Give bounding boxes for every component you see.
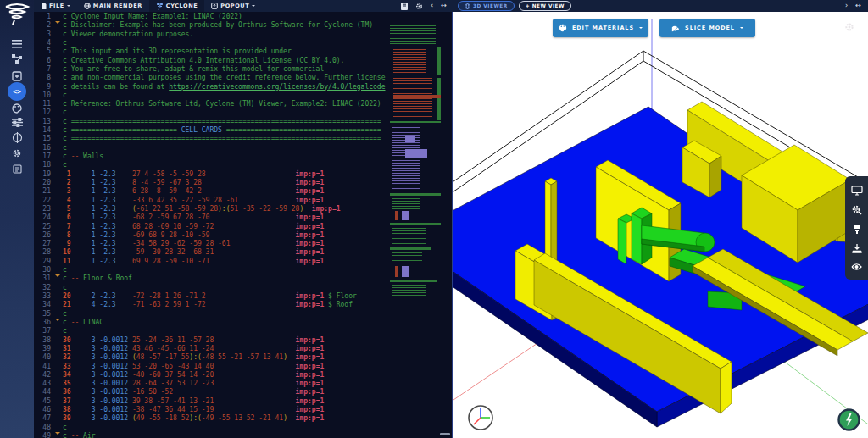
tab-new-view[interactable]: + NEW VIEW xyxy=(519,1,571,11)
globe-icon xyxy=(465,3,470,9)
tab-3d-viewer-label: 3D VIEWER xyxy=(473,3,508,8)
brush-icon[interactable] xyxy=(852,225,862,235)
orientation-gizmo[interactable] xyxy=(467,404,494,431)
cyclone-logo[interactable] xyxy=(3,1,31,26)
code-line: 7c You are free to share, adapt & remix … xyxy=(34,65,386,74)
code-line: 14c ========================== CELL CARD… xyxy=(34,126,386,135)
minimap-block xyxy=(392,252,422,264)
cyclone-app: <> FILE MAIN RENDER CYCLONE xyxy=(0,0,868,438)
nodes-icon[interactable] xyxy=(0,51,34,68)
viewport-settings-gear-icon[interactable] xyxy=(844,22,854,32)
code-line: 22 4 1 -2.3 -33 6 42 35 -22 -59 28 -61 i… xyxy=(34,197,386,205)
edit-materials-label: EDIT MATERIALS xyxy=(572,25,634,31)
minimap-block xyxy=(390,25,436,44)
slice-model-button[interactable]: SLICE MODEL xyxy=(659,19,755,37)
chevron-down-icon xyxy=(67,5,70,8)
code-line: 9c details can be found at https://creat… xyxy=(34,83,386,91)
top-menu-bar: FILE MAIN RENDER CYCLONE POPOUT ‹ ↔ xyxy=(34,0,453,12)
code-line: 18c xyxy=(34,161,386,169)
code-line: 49c -- Air xyxy=(34,432,386,438)
levels-icon[interactable] xyxy=(0,114,34,130)
slice-model-label: SLICE MODEL xyxy=(685,25,735,31)
code-line: 4c xyxy=(34,39,386,47)
code-editor[interactable]: 1c Cyclone Input Name: Example1: LINAC (… xyxy=(34,12,452,438)
code-line: 3320 2 -2.3 -72 -28 1 26 -71 2 imp:p=1 $… xyxy=(34,292,386,301)
eye-icon[interactable] xyxy=(851,263,862,271)
globe-icon xyxy=(84,3,91,9)
menu-main-render[interactable]: MAIN RENDER xyxy=(77,0,149,12)
minimap-block xyxy=(393,95,441,98)
menu-cyclone-label: CYCLONE xyxy=(166,3,198,9)
display-icon[interactable] xyxy=(851,186,863,196)
resize-horizontal-icon[interactable]: ↔ xyxy=(855,3,861,9)
viewer-tab-bar: 3D VIEWER + NEW VIEW › ↔ xyxy=(453,0,868,12)
code-line: 36c -- LINAC xyxy=(34,319,386,327)
minimap-block xyxy=(437,78,441,120)
code-line: 21 3 1 -2.3 6 28 -8 -59 -42 2 imp:p=1 xyxy=(34,187,386,196)
power-zap-button[interactable] xyxy=(837,408,860,431)
cyclone-icon xyxy=(156,3,164,10)
gizmo-x-axis xyxy=(474,418,481,424)
gear-icon[interactable] xyxy=(0,145,34,162)
code-line: 5c This input and its 3D representation … xyxy=(34,47,386,56)
code-line: 15c ====================================… xyxy=(34,135,386,143)
code-line: 6c Creative Commons Attribution 4.0 Inte… xyxy=(34,57,386,65)
code-line: 26 8 1 -2.3 -69 68 9 28 -10 -59 imp:p=1 xyxy=(34,231,386,240)
render-gear-icon[interactable] xyxy=(851,204,862,215)
code-line: 31c -- Floor & Roof xyxy=(34,274,386,283)
menu-main-render-label: MAIN RENDER xyxy=(93,3,142,9)
code-line: 4537 3 -0.0012 39 38 -57 -41 13 -21 imp:… xyxy=(34,397,386,406)
menu-cyclone[interactable]: CYCLONE xyxy=(149,0,205,12)
minimap-block xyxy=(390,121,441,123)
code-line: 32c xyxy=(34,284,386,292)
code-line: 23 5 1 -2.3 (-61 22 51 -58 -59 28):(51 -… xyxy=(34,205,386,213)
code-icon[interactable]: <> xyxy=(8,82,26,101)
code-line: 3830 3 -0.0012 25 -24 -36 11 -57 28 imp:… xyxy=(34,336,386,345)
journal-icon[interactable] xyxy=(401,3,408,10)
minimap-block xyxy=(392,198,420,209)
3d-scene[interactable] xyxy=(453,12,868,438)
minimap-block xyxy=(395,266,398,277)
minimap-block xyxy=(390,223,441,225)
code-line: 20 2 1 -2.3 8 -4 -59 -67 3 28 imp:p=1 xyxy=(34,179,386,187)
minimap[interactable] xyxy=(388,14,446,306)
code-line: 4234 3 -0.0012 -40 -60 37 54 14 -20 imp:… xyxy=(34,371,386,380)
code-line: 2c Disclaimer: Example has been produced… xyxy=(34,21,386,30)
resize-horizontal-icon[interactable]: ↔ xyxy=(441,3,447,9)
menu-popout[interactable]: POPOUT xyxy=(204,0,262,12)
minimap-block xyxy=(402,211,409,220)
file-icon xyxy=(41,3,47,9)
code-line: 4739 3 -0.0012 (49 -55 -18 52):(-49 -55 … xyxy=(34,414,386,423)
code-line: 4133 3 -0.0012 53 -20 -65 -43 14 40 imp:… xyxy=(34,363,386,371)
minimap-block xyxy=(402,266,409,277)
menu-icon[interactable] xyxy=(0,36,34,53)
minimap-block xyxy=(392,228,426,245)
menu-file[interactable]: FILE xyxy=(34,0,77,12)
tab-new-view-label: + NEW VIEW xyxy=(526,3,565,8)
horizontal-scrollbar[interactable] xyxy=(440,433,450,435)
tab-3d-viewer[interactable]: 3D VIEWER xyxy=(458,1,515,11)
gear-icon[interactable] xyxy=(415,3,423,10)
slice-icon xyxy=(671,24,680,32)
code-line: 1c Cyclone Input Name: Example1: LINAC (… xyxy=(34,13,386,21)
palette-icon xyxy=(559,24,567,32)
edit-materials-button[interactable]: EDIT MATERIALS xyxy=(553,19,648,37)
download-icon[interactable] xyxy=(852,243,862,253)
code-line: 3931 3 -0.0012 43 46 -45 -66 11 -24 imp:… xyxy=(34,345,386,353)
chevron-left-icon[interactable]: ‹ xyxy=(431,3,433,9)
code-line: 37c xyxy=(34,327,386,335)
code-line: 4335 3 -0.0012 28 -64 -37 53 12 -23 imp:… xyxy=(34,380,386,388)
menu-popout-label: POPOUT xyxy=(220,3,249,9)
orbit-icon[interactable] xyxy=(0,129,34,146)
code-line: 2810 1 -2.3 -59 -30 28 32 -68 31 imp:p=1 xyxy=(34,248,386,257)
3d-viewport: EDIT MATERIALS SLICE MODEL xyxy=(453,12,868,438)
minimap-block xyxy=(393,78,432,120)
chevron-right-icon[interactable]: › xyxy=(845,3,848,9)
minimap-block xyxy=(392,125,420,191)
minimap-block xyxy=(392,285,426,297)
chevron-down-icon xyxy=(252,5,255,8)
notes-icon[interactable] xyxy=(0,160,34,177)
code-line: 11c Reference: Orthrus Software Ltd, Cyc… xyxy=(34,100,386,108)
minimap-block xyxy=(390,280,437,282)
code-line: 25 7 1 -2.3 68 28 -69 10 -59 -72 imp:p=1 xyxy=(34,223,386,231)
